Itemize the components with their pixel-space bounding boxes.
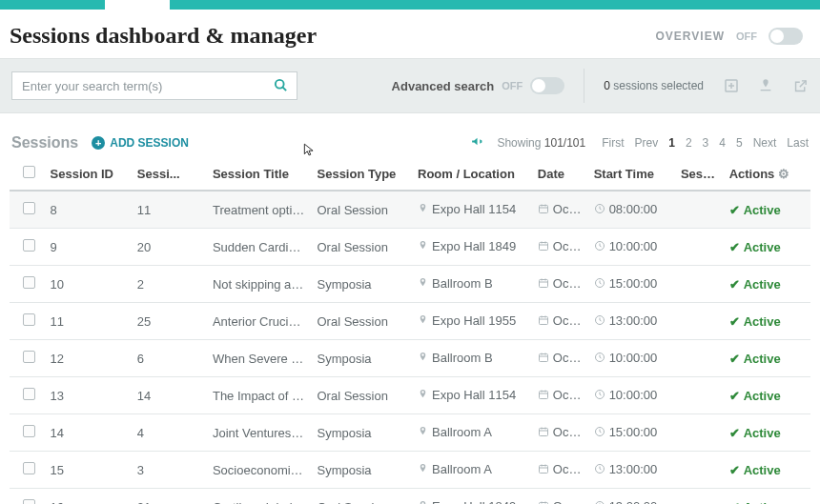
cell-session-num: 14 (132, 377, 207, 414)
cell-room: Expo Hall 1849 (412, 229, 532, 266)
vertical-divider (584, 69, 584, 103)
cell-status: ✔Active (724, 414, 810, 452)
cell-session-type: Oral Session (312, 303, 413, 340)
status-badge: ✔Active (729, 314, 781, 329)
cell-date: Oct ... (532, 489, 588, 505)
map-pin-icon (418, 425, 428, 440)
svg-rect-5 (761, 90, 771, 91)
cell-session-type: Oral Session (312, 191, 413, 229)
check-icon: ✔ (729, 314, 740, 329)
advanced-search-group: Advanced search OFF (392, 77, 565, 94)
row-checkbox[interactable] (23, 202, 35, 214)
add-session-button[interactable]: + ADD SESSION (92, 136, 189, 150)
page-5[interactable]: 5 (736, 136, 743, 150)
page-4[interactable]: 4 (719, 136, 726, 150)
table-row[interactable]: 153Socioeconomic I...SymposiaBallroom AO… (10, 452, 810, 489)
row-checkbox[interactable] (23, 462, 35, 474)
row-checkbox[interactable] (23, 313, 35, 326)
calendar-icon (538, 240, 549, 254)
col-session-status[interactable]: Sessio (675, 157, 724, 191)
cell-time: 10:00:00 (588, 377, 675, 414)
svg-rect-11 (539, 243, 547, 251)
status-badge: ✔Active (729, 426, 781, 440)
page-3[interactable]: 3 (703, 136, 709, 150)
select-all-checkbox[interactable] (23, 166, 35, 178)
status-badge: ✔Active (729, 389, 781, 403)
filter-bar: Advanced search OFF 0 sessions selected (0, 58, 820, 113)
header-row: Session ID Sessi... Session Title Sessio… (10, 157, 810, 191)
cell-session-type: Symposia (312, 414, 413, 452)
pin-icon[interactable] (757, 77, 774, 94)
page-header: Sessions dashboard & manager OVERVIEW OF… (0, 10, 820, 58)
open-external-icon[interactable] (791, 77, 809, 94)
search-icon[interactable] (274, 78, 288, 95)
table-row[interactable]: 920Sudden Cardiac ...Oral SessionExpo Ha… (10, 229, 810, 266)
table-row[interactable]: 102Not skipping a b...SymposiaBallroom B… (10, 266, 810, 303)
cell-status-spacer (675, 414, 724, 452)
table-row[interactable]: 144Joint Ventures: ...SymposiaBallroom A… (10, 414, 810, 452)
page-2[interactable]: 2 (686, 136, 692, 150)
cell-session-title: Socioeconomic I... (207, 452, 312, 489)
row-checkbox[interactable] (23, 276, 35, 289)
table-row[interactable]: 1621Cartilage Injurie...Oral SessionExpo… (10, 489, 810, 505)
col-actions[interactable]: Actions⚙ (724, 157, 810, 191)
col-session-type[interactable]: Session Type (312, 157, 413, 191)
cell-status-spacer (675, 489, 724, 505)
cell-room: Ballroom A (412, 452, 532, 489)
cell-date: Oct ... (532, 414, 588, 452)
cell-date: Oct ... (532, 452, 588, 489)
page-1[interactable]: 1 (668, 136, 675, 150)
svg-rect-16 (539, 280, 547, 288)
cell-status-spacer (675, 452, 724, 489)
row-checkbox[interactable] (23, 499, 35, 504)
cell-session-title: Treatment optio... (207, 191, 312, 229)
table-row[interactable]: 1314The Impact of Sl...Oral SessionExpo … (10, 377, 810, 414)
row-checkbox[interactable] (23, 388, 35, 400)
cell-status-spacer (675, 266, 724, 303)
row-checkbox[interactable] (23, 239, 35, 252)
overview-toggle[interactable] (769, 28, 803, 45)
cell-status-spacer (675, 340, 724, 377)
cell-status-spacer (675, 191, 724, 229)
cell-room: Expo Hall 1154 (412, 377, 532, 414)
cell-session-type: Symposia (312, 340, 413, 377)
status-badge: ✔Active (729, 463, 781, 477)
svg-rect-6 (539, 206, 547, 213)
cell-status-spacer (675, 229, 724, 266)
col-start-time[interactable]: Start Time (588, 157, 675, 191)
gear-icon[interactable]: ⚙ (778, 167, 789, 181)
check-icon: ✔ (729, 277, 740, 292)
cell-session-id: 12 (45, 340, 132, 377)
col-room[interactable]: Room / Location (412, 157, 532, 191)
page-first[interactable]: First (602, 136, 624, 150)
table-row[interactable]: 811Treatment optio...Oral SessionExpo Ha… (10, 191, 810, 229)
clock-icon (594, 389, 605, 403)
map-pin-icon (418, 276, 428, 292)
page-last[interactable]: Last (787, 136, 809, 150)
calendar-icon (538, 352, 549, 366)
cell-time: 10:00:00 (588, 229, 675, 266)
check-icon: ✔ (729, 352, 740, 366)
table-row[interactable]: 1125Anterior Cruciat...Oral SessionExpo … (10, 303, 810, 340)
row-checkbox[interactable] (23, 425, 35, 437)
cell-time: 13:00:00 (588, 489, 675, 505)
col-session-number[interactable]: Sessi... (132, 157, 207, 191)
page-next[interactable]: Next (753, 136, 777, 150)
search-input[interactable] (11, 71, 297, 100)
page-prev[interactable]: Prev (635, 136, 659, 150)
advanced-search-toggle[interactable] (530, 77, 564, 94)
cell-room: Ballroom A (412, 414, 532, 452)
row-checkbox[interactable] (23, 351, 35, 363)
calendar-icon (538, 500, 549, 504)
add-session-label: ADD SESSION (110, 136, 189, 150)
cell-session-id: 10 (45, 266, 132, 303)
export-icon[interactable] (723, 77, 740, 94)
col-session-id[interactable]: Session ID (45, 157, 132, 191)
table-row[interactable]: 126When Severe Pe...SymposiaBallroom BOc… (10, 340, 810, 377)
cell-room: Expo Hall 1955 (412, 303, 532, 340)
cell-time: 08:00:00 (588, 191, 675, 229)
col-date[interactable]: Date (532, 157, 588, 191)
col-session-title[interactable]: Session Title (207, 157, 312, 191)
pagination: Showing 101/101 First Prev 1 2 3 4 5 Nex… (470, 135, 809, 151)
cell-session-type: Symposia (312, 452, 413, 489)
